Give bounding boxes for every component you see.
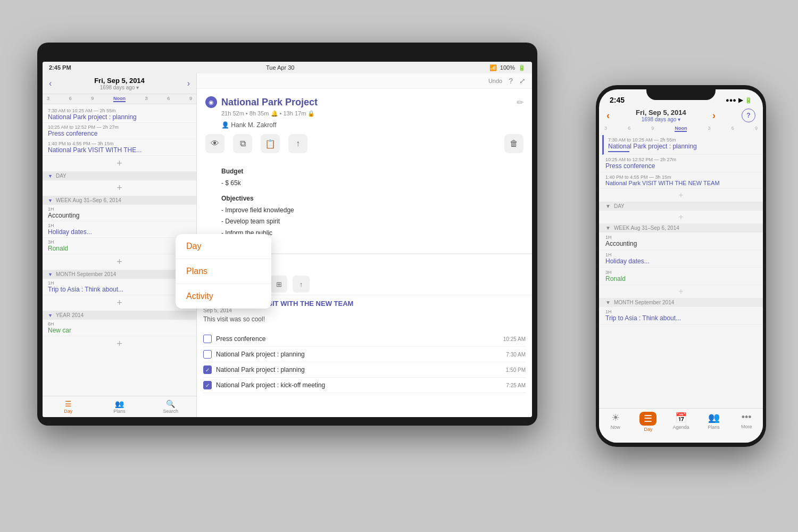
- phone-nav-more[interactable]: ••• More: [730, 412, 763, 432]
- checkbox-2[interactable]: [203, 350, 212, 359]
- evt-duration-2: 1H: [48, 223, 191, 228]
- nav-agenda-label: Agenda: [672, 425, 689, 430]
- sidebar-event-holiday[interactable]: 1H Holiday dates...: [43, 221, 196, 238]
- sidebar-event-newcar[interactable]: 6H New car: [43, 320, 196, 336]
- p-event-holiday[interactable]: 1H Holiday dates...: [599, 250, 763, 268]
- p-event-ronald[interactable]: 3H Ronald: [599, 268, 763, 285]
- objectives-label: Objectives: [221, 193, 508, 205]
- event-body: Budget - $ 65k Objectives - Improve fiel…: [205, 161, 523, 246]
- note-button[interactable]: 📋: [261, 134, 280, 153]
- add-year-event[interactable]: +: [43, 336, 196, 352]
- phone-nav-now[interactable]: ☀ Now: [599, 412, 632, 432]
- phone-prev-arrow[interactable]: ‹: [606, 110, 610, 121]
- battery-icon: 🔋: [518, 64, 526, 71]
- phone-nav-agenda[interactable]: 📅 Agenda: [664, 412, 697, 432]
- next-arrow[interactable]: ›: [187, 79, 190, 88]
- sidebar-header: ‹ Fri, Sep 5, 2014 1698 days ago ▾ ›: [43, 73, 196, 94]
- event-meta: 21h 52m • 8h 35m 🔔 • 13h 17m 🔒: [221, 110, 523, 117]
- nav-plans-label: Plans: [708, 425, 720, 430]
- day-phone-icon: ☰: [644, 413, 652, 424]
- sidebar-bottom-nav: ☰ Day 👥 Plans 🔍 Search: [43, 396, 196, 417]
- popup-plans[interactable]: Plans: [176, 259, 271, 284]
- p-dur-3: 3H: [605, 270, 757, 275]
- visit-grid-btn[interactable]: ⊞: [270, 276, 287, 293]
- add-week-event[interactable]: +: [43, 254, 196, 270]
- checklist-item-2[interactable]: National Park project : planning 7:30 AM: [203, 347, 526, 362]
- action-buttons-row: 👁 ⧉ 📋 ↑ 🗑: [205, 134, 523, 153]
- p-event-trip[interactable]: 1H Trip to Asia : Think about...: [599, 307, 763, 325]
- nav-item-day[interactable]: ☰ Day: [43, 396, 94, 417]
- phone-next-arrow[interactable]: ›: [712, 110, 716, 121]
- checklist-item-3[interactable]: ✓ National Park project : planning 1:50 …: [203, 362, 526, 378]
- evt-duration-3: 3H: [48, 239, 191, 245]
- checkbox-4[interactable]: ✓: [203, 381, 212, 389]
- sidebar-event-visit[interactable]: 1:40 PM to 4:55 PM — 3h 15m National Par…: [43, 139, 196, 156]
- add-day-event[interactable]: +: [43, 156, 196, 171]
- p-time-6b: 6: [732, 126, 734, 132]
- month-divider: ▼ MONTH September 2014: [43, 270, 196, 279]
- popup-activity[interactable]: Activity: [176, 284, 271, 309]
- week-arrow: ▼: [48, 198, 53, 203]
- wifi-phone-icon: ▶: [738, 97, 743, 104]
- sidebar-event-planning[interactable]: 7:30 AM to 10:25 AM — 2h 55m National Pa…: [43, 106, 196, 123]
- item-title-3: National Park project : planning: [216, 366, 502, 373]
- phone-date-sub: 1698 days ago ▾: [636, 117, 686, 122]
- evt-title-car: New car: [48, 327, 191, 334]
- sidebar-event-ronald[interactable]: 3H Ronald: [43, 238, 196, 254]
- checklist-item-4[interactable]: ✓ National Park project : kick-off meeti…: [203, 378, 526, 393]
- evt-title-holiday: Holiday dates...: [48, 228, 191, 236]
- eye-button[interactable]: 👁: [205, 134, 225, 153]
- p-evt-time-3: 1:40 PM to 4:55 PM — 3h 15m: [605, 174, 757, 180]
- checklist: Press conference 10:25 AM National Park …: [197, 327, 532, 397]
- underline-accent: [608, 151, 629, 152]
- nav-item-search[interactable]: 🔍 Search: [145, 396, 196, 417]
- nav-item-plans[interactable]: 👥 Plans: [94, 396, 145, 417]
- phone-notch: [646, 85, 716, 100]
- p-add-day[interactable]: +: [599, 189, 763, 202]
- event-time-3: 1:40 PM to 4:55 PM — 3h 15m: [48, 141, 191, 146]
- checklist-item-1[interactable]: Press conference 10:25 AM: [203, 331, 526, 347]
- visit-note: This visit was so cool!: [203, 315, 526, 323]
- add-month-event[interactable]: +: [43, 295, 196, 311]
- phone-event-planning[interactable]: 7:30 AM to 10:25 AM — 2h 55m National Pa…: [602, 135, 763, 155]
- add-day-event-2[interactable]: +: [43, 180, 196, 196]
- phone-nav-plans[interactable]: 👥 Plans: [697, 412, 730, 432]
- phone-time: 2:45: [610, 96, 625, 104]
- sidebar-event-trip[interactable]: 1H Trip to Asia : Think about...: [43, 279, 196, 295]
- p-evt-title-1: National Park project : planning: [608, 143, 757, 150]
- p-week-arrow: ▼: [605, 225, 611, 231]
- phone-nav-day[interactable]: ☰ Day: [632, 412, 665, 432]
- sidebar-event-accounting[interactable]: 1H Accounting: [43, 205, 196, 221]
- undo-button[interactable]: Undo: [488, 78, 502, 84]
- expand-icon[interactable]: ⤢: [519, 77, 526, 85]
- phone-event-press[interactable]: 10:25 AM to 12:52 PM — 2h 27m Press conf…: [599, 155, 763, 172]
- copy-button[interactable]: ⧉: [233, 134, 252, 153]
- agenda-icon: 📅: [675, 412, 687, 423]
- sidebar-nav-arrows-right: ›: [187, 79, 190, 88]
- event-title-3: National Park VISIT WITH THE...: [48, 146, 191, 154]
- divider-label: DAY: [56, 173, 66, 179]
- popup-day[interactable]: Day: [176, 234, 271, 259]
- p-time-9b: 9: [755, 126, 758, 132]
- time-6b: 6: [167, 96, 170, 102]
- share-button[interactable]: ↑: [288, 134, 307, 153]
- phone-event-visit-new[interactable]: 1:40 PM to 4:55 PM — 3h 15m National Par…: [599, 172, 763, 189]
- nav-more-label: More: [741, 424, 752, 429]
- trash-button[interactable]: 🗑: [504, 134, 523, 153]
- edit-pencil-icon[interactable]: ✏: [517, 98, 523, 107]
- nav-now-label: Now: [611, 425, 620, 430]
- tablet-main: ‹ Fri, Sep 5, 2014 1698 days ago ▾ › 3 6…: [43, 73, 532, 417]
- p-event-accounting[interactable]: 1H Accounting: [599, 232, 763, 250]
- plans-phone-icon: 👥: [708, 412, 720, 423]
- checkbox-1[interactable]: [203, 335, 212, 343]
- p-add-day-2[interactable]: +: [599, 211, 763, 223]
- p-evt-time-2: 10:25 AM to 12:52 PM — 2h 27m: [605, 157, 757, 162]
- sidebar-event-press[interactable]: 10:25 AM to 12:52 PM — 2h 27m Press conf…: [43, 123, 196, 139]
- help-icon[interactable]: ?: [509, 77, 513, 85]
- phone-header: ‹ Fri, Sep 5, 2014 1698 days ago ▾ › ?: [599, 106, 763, 124]
- phone-help-button[interactable]: ?: [742, 109, 755, 122]
- visit-share-btn[interactable]: ↑: [293, 276, 310, 293]
- p-add-week[interactable]: +: [599, 285, 763, 298]
- checkbox-3[interactable]: ✓: [203, 365, 212, 374]
- item-time-1: 10:25 AM: [503, 336, 526, 342]
